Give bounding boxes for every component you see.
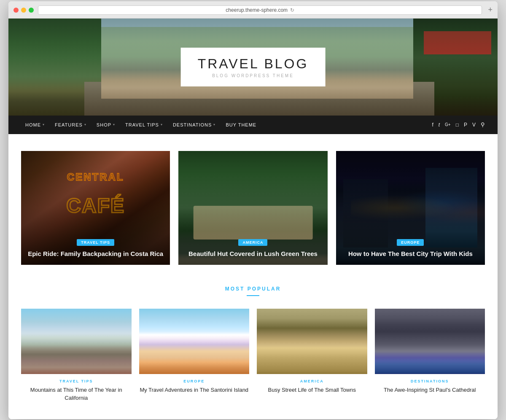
- maximize-button[interactable]: [29, 8, 34, 13]
- card-3-badge: EUROPE: [397, 239, 424, 246]
- card-3-content: EUROPE How to Have The Best City Trip Wi…: [336, 231, 485, 265]
- close-button[interactable]: [13, 8, 19, 13]
- nav-features-arrow: ▾: [84, 123, 86, 127]
- main-content: CENTRAL CAFÉ TRAVEL TIPS Epic Ride: Fami…: [8, 134, 498, 419]
- popular-4-bg: [375, 309, 485, 374]
- popular-card-1-title: Mountains at This Time of The Year in Ca…: [21, 386, 132, 402]
- pinterest-icon[interactable]: P: [464, 122, 467, 128]
- nav-destinations-label: DESTINATIONS: [173, 122, 212, 127]
- popular-card-3-category: AMERICA: [257, 379, 367, 383]
- popular-grid: TRAVEL TIPS Mountains at This Time of Th…: [21, 309, 485, 402]
- card-1-content: TRAVEL TIPS Epic Ride: Family Backpackin…: [21, 231, 170, 265]
- popular-card-3-title: Busy Street Life of The Small Towns: [257, 386, 367, 394]
- popular-3-bg: [257, 309, 367, 374]
- facebook-icon[interactable]: f: [432, 122, 433, 128]
- nav-item-home[interactable]: HOME ▾: [21, 116, 49, 134]
- google-plus-icon[interactable]: G+: [445, 122, 451, 127]
- featured-grid: CENTRAL CAFÉ TRAVEL TIPS Epic Ride: Fami…: [21, 151, 485, 265]
- popular-card-4-category: DESTINATIONS: [375, 379, 485, 383]
- nav-buy-theme-label: BUY THEME: [226, 122, 256, 127]
- nav-social: f t G+ □ P V ⚲: [432, 121, 485, 128]
- popular-card-1-img: [21, 309, 132, 374]
- card-2-badge: AMERICA: [238, 239, 267, 246]
- nav-shop-label: SHOP: [97, 122, 111, 127]
- section-divider: [247, 295, 259, 296]
- url-text: cheerup.theme-sphere.com: [226, 7, 288, 13]
- card-1-badge: TRAVEL TIPS: [77, 239, 114, 246]
- site-logo-box: TRAVEL BLOG BLOG WORDPRESS THEME: [181, 48, 326, 86]
- nav-destinations-arrow: ▾: [213, 123, 215, 127]
- nav-travel-tips-arrow: ▾: [161, 123, 163, 127]
- new-tab-button[interactable]: +: [488, 5, 493, 14]
- instagram-icon[interactable]: □: [456, 122, 459, 128]
- popular-card-3[interactable]: AMERICA Busy Street Life of The Small To…: [257, 309, 367, 402]
- popular-card-4-img: [375, 309, 485, 374]
- browser-window: cheerup.theme-sphere.com ↻ + TRAVEL BLOG…: [8, 1, 498, 419]
- featured-card-3[interactable]: EUROPE How to Have The Best City Trip Wi…: [336, 151, 485, 265]
- card-2-title: Beautiful Hut Covered in Lush Green Tree…: [185, 249, 320, 258]
- address-bar[interactable]: cheerup.theme-sphere.com ↻: [38, 5, 482, 15]
- most-popular-title: MOST POPULAR: [21, 286, 485, 292]
- nav-features-label: FEATURES: [55, 122, 83, 127]
- featured-card-1[interactable]: CENTRAL CAFÉ TRAVEL TIPS Epic Ride: Fami…: [21, 151, 170, 265]
- card-2-content: AMERICA Beautiful Hut Covered in Lush Gr…: [178, 231, 327, 265]
- popular-card-2-img: [139, 309, 250, 374]
- nav-home-arrow: ▾: [43, 123, 45, 127]
- site-header: TRAVEL BLOG BLOG WORDPRESS THEME: [8, 19, 498, 116]
- nav-shop-arrow: ▾: [113, 123, 115, 127]
- traffic-lights: [13, 8, 34, 13]
- refresh-icon[interactable]: ↻: [290, 7, 294, 13]
- main-navigation: HOME ▾ FEATURES ▾ SHOP ▾ TRAVEL TIPS ▾ D…: [8, 116, 498, 134]
- card-3-title: How to Have The Best City Trip With Kids: [343, 249, 478, 258]
- browser-chrome: cheerup.theme-sphere.com ↻ +: [8, 1, 498, 19]
- popular-card-4-title: The Awe-Inspiring St Paul's Cathedral: [375, 386, 485, 394]
- popular-card-2[interactable]: EUROPE My Travel Adventures in The Santo…: [139, 309, 250, 402]
- popular-card-1[interactable]: TRAVEL TIPS Mountains at This Time of Th…: [21, 309, 132, 402]
- popular-card-3-img: [257, 309, 367, 374]
- vimeo-icon[interactable]: V: [472, 122, 476, 128]
- card-1-title: Epic Ride: Family Backpacking in Costa R…: [28, 249, 163, 258]
- nav-items: HOME ▾ FEATURES ▾ SHOP ▾ TRAVEL TIPS ▾ D…: [21, 116, 432, 134]
- twitter-icon[interactable]: t: [439, 122, 440, 128]
- featured-card-2[interactable]: AMERICA Beautiful Hut Covered in Lush Gr…: [178, 151, 327, 265]
- nav-item-features[interactable]: FEATURES ▾: [51, 116, 91, 134]
- popular-card-2-category: EUROPE: [139, 379, 250, 383]
- most-popular-header: MOST POPULAR: [21, 286, 485, 296]
- nav-item-destinations[interactable]: DESTINATIONS ▾: [169, 116, 220, 134]
- nav-item-travel-tips[interactable]: TRAVEL TIPS ▾: [121, 116, 167, 134]
- nav-home-label: HOME: [25, 122, 41, 127]
- nav-item-shop[interactable]: SHOP ▾: [92, 116, 119, 134]
- popular-1-bg: [21, 309, 132, 374]
- popular-2-bg: [139, 309, 250, 374]
- popular-card-1-category: TRAVEL TIPS: [21, 379, 132, 383]
- popular-card-2-title: My Travel Adventures in The Santorini Is…: [139, 386, 250, 394]
- nav-item-buy-theme[interactable]: BUY THEME: [221, 116, 261, 134]
- site-subtitle: BLOG WORDPRESS THEME: [198, 73, 309, 78]
- site-title: TRAVEL BLOG: [198, 56, 309, 72]
- minimize-button[interactable]: [21, 8, 26, 13]
- nav-travel-tips-label: TRAVEL TIPS: [125, 122, 159, 127]
- popular-card-4[interactable]: DESTINATIONS The Awe-Inspiring St Paul's…: [375, 309, 485, 402]
- search-icon[interactable]: ⚲: [481, 121, 485, 128]
